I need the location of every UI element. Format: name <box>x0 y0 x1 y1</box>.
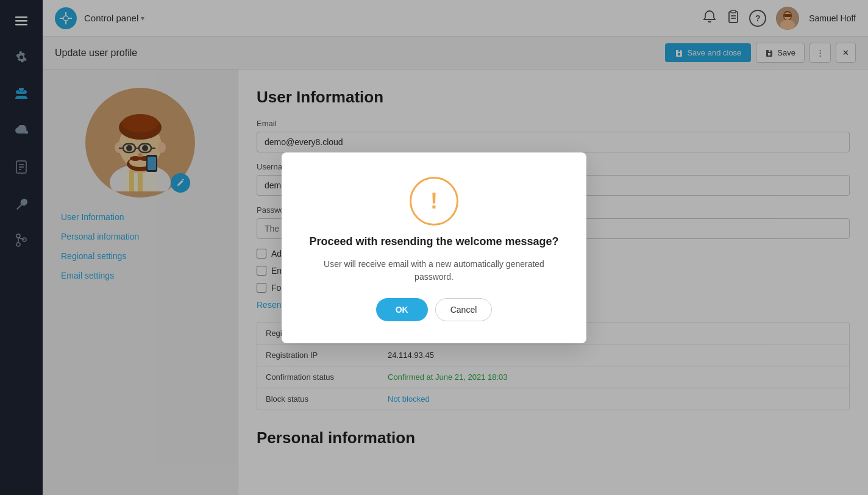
modal-overlay: ! Proceed with resending the welcome mes… <box>0 0 868 495</box>
modal-title: Proceed with resending the welcome messa… <box>309 235 558 248</box>
modal-ok-button[interactable]: OK <box>376 298 428 321</box>
modal-warning-icon: ! <box>410 177 458 226</box>
modal-actions: OK Cancel <box>376 298 493 321</box>
modal-dialog: ! Proceed with resending the welcome mes… <box>282 152 586 343</box>
modal-cancel-button[interactable]: Cancel <box>435 298 493 321</box>
modal-message: User will receive email with a new autom… <box>306 258 562 283</box>
